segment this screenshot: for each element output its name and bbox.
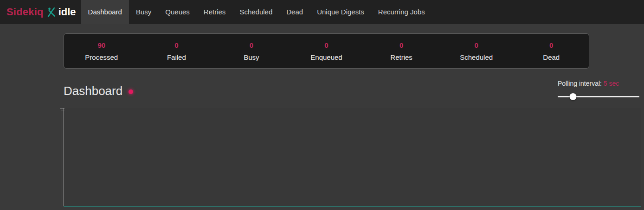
polling-interval-control: Polling interval: 5 sec: [558, 80, 639, 100]
stat-enqueued[interactable]: 0Enqueued: [289, 41, 364, 61]
stat-processed[interactable]: 90Processed: [64, 41, 139, 61]
live-beacon-dot: [129, 89, 133, 94]
stat-value-scheduled: 0: [475, 41, 478, 49]
brand-home-link[interactable]: Sidekiq idle: [0, 0, 81, 24]
sidekiq-logo-text: Sidekiq: [6, 6, 44, 18]
nav-tab-retries[interactable]: Retries: [197, 0, 233, 24]
nav-tabs: DashboardBusyQueuesRetriesScheduledDeadU…: [81, 0, 432, 24]
nav-tab-dead[interactable]: Dead: [279, 0, 310, 24]
stat-label-processed: Processed: [85, 53, 118, 61]
slider-thumb[interactable]: [570, 93, 577, 100]
nav-tab-dashboard[interactable]: Dashboard: [81, 0, 129, 24]
nav-tab-scheduled[interactable]: Scheduled: [232, 0, 279, 24]
stat-label-failed: Failed: [167, 53, 186, 61]
polling-interval-value: 5 sec: [604, 80, 619, 87]
graph-y-axis-tick: [61, 110, 64, 110]
stat-failed[interactable]: 0Failed: [139, 41, 214, 61]
stat-label-dead: Dead: [543, 53, 560, 61]
sidekiq-dashboard-page: Sidekiq idle DashboardBusyQueuesRetriesS…: [0, 0, 644, 210]
stat-busy[interactable]: 0Busy: [214, 41, 289, 61]
stat-label-enqueued: Enqueued: [310, 53, 342, 61]
sidekiq-gymnast-icon: [47, 7, 56, 17]
stat-label-busy: Busy: [244, 53, 259, 61]
polling-interval-label-text: Polling interval:: [558, 80, 602, 87]
polling-interval-slider[interactable]: [558, 93, 639, 100]
page-title-text: Dashboard: [64, 84, 122, 98]
nav-tab-queues[interactable]: Queues: [158, 0, 197, 24]
stat-value-retries: 0: [399, 41, 403, 49]
graph-y-axis: [64, 108, 64, 207]
stat-dead[interactable]: 0Dead: [514, 41, 589, 61]
stat-value-busy: 0: [250, 41, 253, 49]
top-navbar: Sidekiq idle DashboardBusyQueuesRetriesS…: [0, 0, 644, 24]
process-status-label: idle: [58, 6, 76, 18]
stat-scheduled[interactable]: 0Scheduled: [439, 41, 514, 61]
polling-interval-label: Polling interval: 5 sec: [558, 80, 639, 87]
stat-value-processed: 90: [97, 41, 105, 49]
nav-tab-recurring-jobs[interactable]: Recurring Jobs: [371, 0, 432, 24]
stat-retries[interactable]: 0Retries: [364, 41, 439, 61]
graph-y-axis-outer-line: [62, 108, 62, 207]
summary-bar: 90Processed0Failed0Busy0Enqueued0Retries…: [64, 33, 589, 69]
stat-value-dead: 0: [549, 41, 553, 49]
graph-y-axis-tick: [60, 108, 64, 108]
stat-label-scheduled: Scheduled: [460, 53, 493, 61]
nav-tab-busy[interactable]: Busy: [129, 0, 158, 24]
stat-value-enqueued: 0: [324, 41, 328, 49]
graph-zero-line: [64, 206, 641, 207]
nav-tab-unique-digests[interactable]: Unique Digests: [310, 0, 371, 24]
stat-label-retries: Retries: [390, 53, 412, 61]
realtime-graph: [64, 108, 641, 207]
page-title: Dashboard: [64, 84, 133, 98]
stat-value-failed: 0: [174, 41, 178, 49]
